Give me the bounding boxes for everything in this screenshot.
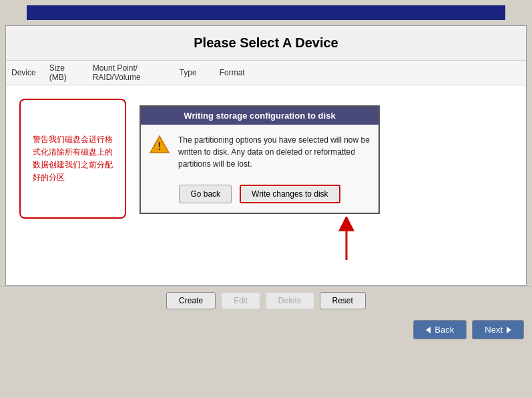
left-warning-box: 警告我们磁盘会进行格 式化清除所有磁盘上的 数据创建我们之前分配 好的分区 <box>19 99 126 219</box>
bottom-toolbar: Create Edit Delete Reset <box>0 286 532 315</box>
red-arrow-indicator <box>333 217 360 263</box>
main-container: Please Select A Device Device Size (MB) … <box>5 25 527 286</box>
col-device: Device <box>11 68 36 77</box>
title-bar: Please Select A Device <box>6 26 526 61</box>
create-button[interactable]: Create <box>166 292 216 309</box>
next-button[interactable]: Next <box>472 320 524 339</box>
col-format: Format <box>220 68 256 77</box>
reset-button[interactable]: Reset <box>320 292 366 309</box>
go-back-button[interactable]: Go back <box>179 185 232 203</box>
svg-text:!: ! <box>158 141 161 152</box>
warning-triangle-icon: ! <box>149 134 170 155</box>
back-arrow-icon <box>426 327 431 333</box>
content-area: 警告我们磁盘会进行格 式化清除所有磁盘上的 数据创建我们之前分配 好的分区 Wr… <box>6 85 526 285</box>
dialog-buttons: Go back Write changes to disk <box>141 179 378 213</box>
page-title: Please Select A Device <box>194 35 338 50</box>
col-size: Size (MB) <box>49 63 79 82</box>
dialog-message: The partitioning options you have select… <box>178 134 370 170</box>
write-changes-button[interactable]: Write changes to disk <box>240 185 340 203</box>
top-bar <box>27 5 505 20</box>
back-label: Back <box>435 325 454 335</box>
back-button[interactable]: Back <box>413 320 467 339</box>
delete-button[interactable]: Delete <box>266 292 314 309</box>
dialog-title-text: Writing storage configuration to disk <box>184 111 335 121</box>
nav-bar: Back Next <box>0 315 532 345</box>
edit-button[interactable]: Edit <box>221 292 260 309</box>
col-type: Type <box>180 68 206 77</box>
dialog-title-bar: Writing storage configuration to disk <box>141 107 378 125</box>
column-header: Device Size (MB) Mount Point/ RAID/Volum… <box>6 61 526 85</box>
next-arrow-icon <box>507 327 511 333</box>
warning-chinese-text: 警告我们磁盘会进行格 式化清除所有磁盘上的 数据创建我们之前分配 好的分区 <box>33 133 113 185</box>
col-mount: Mount Point/ RAID/Volume <box>93 63 166 82</box>
next-label: Next <box>485 325 503 335</box>
dialog-content: ! The partitioning options you have sele… <box>141 125 378 179</box>
dialog-box: Writing storage configuration to disk ! … <box>140 105 380 214</box>
